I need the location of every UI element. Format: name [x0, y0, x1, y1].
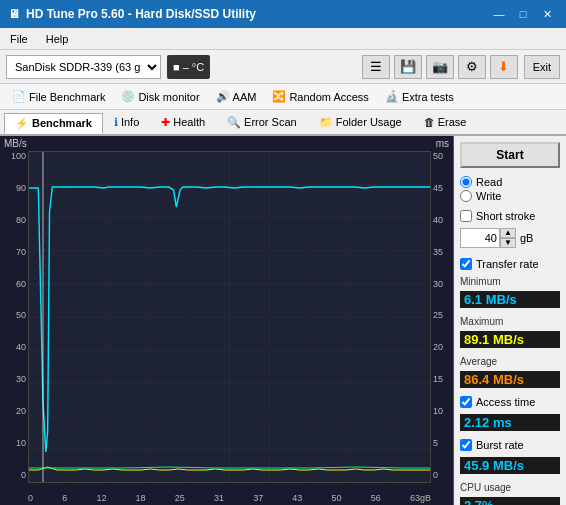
main-content: MB/s ms 100 90 80 70 60 50 40 30 20 10 0…	[0, 136, 566, 505]
random-access-icon: 🔀	[272, 90, 286, 103]
chart-svg	[29, 152, 430, 482]
short-stroke-text: Short stroke	[476, 210, 535, 222]
health-tab-icon: ✚	[161, 116, 170, 129]
write-radio[interactable]	[460, 190, 472, 202]
access-time-text: Access time	[476, 396, 535, 408]
disk-monitor-label: Disk monitor	[138, 91, 199, 103]
toolbar: SanDisk SDDR-339 (63 gB) ■ – °C ☰ 💾 📷 ⚙ …	[0, 50, 566, 84]
toolbar-icon-5[interactable]: ⬇	[490, 55, 518, 79]
erase-tab-label: Erase	[438, 116, 467, 128]
burst-rate-text: Burst rate	[476, 439, 524, 451]
window-title: HD Tune Pro 5.60 - Hard Disk/SSD Utility	[26, 7, 256, 21]
tab-folder-usage[interactable]: 📁 Folder Usage	[308, 112, 413, 133]
chart-y-label: MB/s	[4, 138, 27, 149]
nav-aam[interactable]: 🔊 AAM	[208, 88, 265, 105]
random-access-label: Random Access	[289, 91, 368, 103]
folder-usage-tab-label: Folder Usage	[336, 116, 402, 128]
benchmark-tab-icon: ⚡	[15, 117, 29, 130]
spin-down-button[interactable]: ▼	[500, 238, 516, 248]
cpu-usage-value: 2.7%	[460, 497, 560, 505]
access-time-checkbox[interactable]	[460, 396, 472, 408]
cpu-usage-label: CPU usage	[460, 482, 560, 493]
chart-area: MB/s ms 100 90 80 70 60 50 40 30 20 10 0…	[0, 136, 454, 505]
aam-label: AAM	[233, 91, 257, 103]
chart-canvas	[28, 151, 431, 483]
spin-unit: gB	[520, 232, 533, 244]
title-bar-left: 🖥 HD Tune Pro 5.60 - Hard Disk/SSD Utili…	[8, 7, 256, 21]
transfer-rate-text: Transfer rate	[476, 258, 539, 270]
toolbar-icon-3[interactable]: 📷	[426, 55, 454, 79]
info-tab-label: Info	[121, 116, 139, 128]
minimize-button[interactable]: —	[488, 4, 510, 24]
maximize-button[interactable]: □	[512, 4, 534, 24]
tab-error-scan[interactable]: 🔍 Error Scan	[216, 112, 308, 133]
error-scan-tab-label: Error Scan	[244, 116, 297, 128]
health-tab-label: Health	[173, 116, 205, 128]
app-icon: 🖥	[8, 7, 20, 21]
tab-info[interactable]: ℹ Info	[103, 112, 150, 133]
nav-extra-tests[interactable]: 🔬 Extra tests	[377, 88, 462, 105]
temp-display: ■ – °C	[167, 55, 210, 79]
folder-usage-tab-icon: 📁	[319, 116, 333, 129]
burst-rate-label[interactable]: Burst rate	[460, 439, 560, 451]
maximum-label: Maximum	[460, 316, 560, 327]
spin-buttons: ▲ ▼	[500, 228, 516, 248]
tab-erase[interactable]: 🗑 Erase	[413, 112, 478, 132]
average-value: 86.4 MB/s	[460, 371, 560, 388]
short-stroke-checkbox[interactable]	[460, 210, 472, 222]
tab-row: ⚡ Benchmark ℹ Info ✚ Health 🔍 Error Scan…	[0, 110, 566, 136]
close-button[interactable]: ✕	[536, 4, 558, 24]
maximum-value: 89.1 MB/s	[460, 331, 560, 348]
right-panel: Start Read Write Short stroke ▲ ▼ gB	[454, 136, 566, 505]
read-radio[interactable]	[460, 176, 472, 188]
menu-help[interactable]: Help	[42, 32, 73, 46]
toolbar-icon-4[interactable]: ⚙	[458, 55, 486, 79]
spin-up-button[interactable]: ▲	[500, 228, 516, 238]
menu-file[interactable]: File	[6, 32, 32, 46]
aam-icon: 🔊	[216, 90, 230, 103]
toolbar-icon-1[interactable]: ☰	[362, 55, 390, 79]
exit-button[interactable]: Exit	[524, 55, 560, 79]
error-scan-tab-icon: 🔍	[227, 116, 241, 129]
nav-row: 📄 File Benchmark 💿 Disk monitor 🔊 AAM 🔀 …	[0, 84, 566, 110]
chart-ms-label: ms	[436, 138, 449, 149]
nav-random-access[interactable]: 🔀 Random Access	[264, 88, 376, 105]
minimum-value: 6.1 MB/s	[460, 291, 560, 308]
nav-file-benchmark[interactable]: 📄 File Benchmark	[4, 88, 113, 105]
burst-rate-checkbox[interactable]	[460, 439, 472, 451]
extra-tests-label: Extra tests	[402, 91, 454, 103]
tab-benchmark[interactable]: ⚡ Benchmark	[4, 113, 103, 134]
erase-tab-icon: 🗑	[424, 116, 435, 128]
extra-tests-icon: 🔬	[385, 90, 399, 103]
benchmark-tab-label: Benchmark	[32, 117, 92, 129]
file-benchmark-icon: 📄	[12, 90, 26, 103]
read-write-group: Read Write	[460, 176, 560, 202]
spin-input[interactable]	[460, 228, 500, 248]
toolbar-icons: ☰ 💾 📷 ⚙ ⬇	[362, 55, 518, 79]
minimum-label: Minimum	[460, 276, 560, 287]
transfer-rate-label[interactable]: Transfer rate	[460, 258, 560, 270]
burst-rate-value: 45.9 MB/s	[460, 457, 560, 474]
disk-monitor-icon: 💿	[121, 90, 135, 103]
y-axis-left: 100 90 80 70 60 50 40 30 20 10 0	[0, 151, 28, 480]
info-tab-icon: ℹ	[114, 116, 118, 129]
read-label: Read	[476, 176, 502, 188]
start-button[interactable]: Start	[460, 142, 560, 168]
toolbar-icon-2[interactable]: 💾	[394, 55, 422, 79]
access-time-label[interactable]: Access time	[460, 396, 560, 408]
file-benchmark-label: File Benchmark	[29, 91, 105, 103]
y-axis-right: 50 45 40 35 30 25 20 15 10 5 0	[431, 151, 453, 480]
tab-health[interactable]: ✚ Health	[150, 112, 216, 133]
short-stroke-label[interactable]: Short stroke	[460, 210, 560, 222]
read-radio-label[interactable]: Read	[460, 176, 560, 188]
title-bar: 🖥 HD Tune Pro 5.60 - Hard Disk/SSD Utili…	[0, 0, 566, 28]
transfer-rate-checkbox[interactable]	[460, 258, 472, 270]
write-label: Write	[476, 190, 501, 202]
write-radio-label[interactable]: Write	[460, 190, 560, 202]
drive-select[interactable]: SanDisk SDDR-339 (63 gB)	[6, 55, 161, 79]
access-time-value: 2.12 ms	[460, 414, 560, 431]
x-axis: 0 6 12 18 25 31 37 43 50 56 63gB	[28, 493, 431, 503]
spinbox: ▲ ▼ gB	[460, 228, 560, 248]
menu-bar: File Help	[0, 28, 566, 50]
nav-disk-monitor[interactable]: 💿 Disk monitor	[113, 88, 207, 105]
